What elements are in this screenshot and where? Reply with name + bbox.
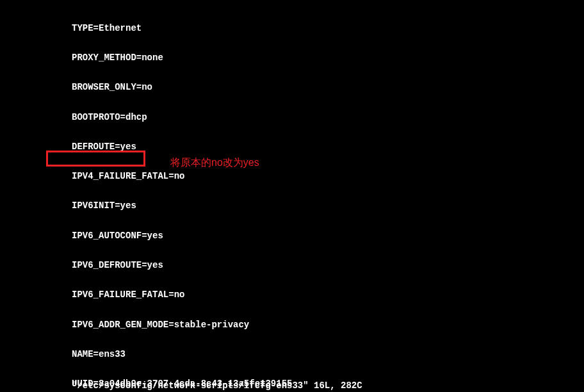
config-line-bootproto: BOOTPROTO=dhcp [72,113,292,123]
config-line-defroute: DEFROUTE=yes [72,142,292,152]
config-line-name: NAME=ens33 [72,350,292,360]
config-line-proxy-method: PROXY_METHOD=none [72,53,292,63]
vi-status-line: "/etc/sysconfig/network-scripts/ifcfg-en… [72,381,362,391]
config-line-type: TYPE=Ethernet [72,24,292,34]
config-line-ipv6-failure-fatal: IPV6_FAILURE_FATAL=no [72,290,292,300]
config-line-browser-only: BROWSER_ONLY=no [72,83,292,93]
config-line-ipv6-defroute: IPV6_DEFROUTE=yes [72,261,292,271]
config-line-ipv6-autoconf: IPV6_AUTOCONF=yes [72,231,292,241]
vi-editor-content[interactable]: TYPE=Ethernet PROXY_METHOD=none BROWSER_… [72,4,292,392]
config-line-ipv6init: IPV6INIT=yes [72,201,292,211]
config-line-ipv4-failure-fatal: IPV4_FAILURE_FATAL=no [72,172,292,182]
config-line-ipv6-addr-gen-mode: IPV6_ADDR_GEN_MODE=stable-privacy [72,320,292,331]
